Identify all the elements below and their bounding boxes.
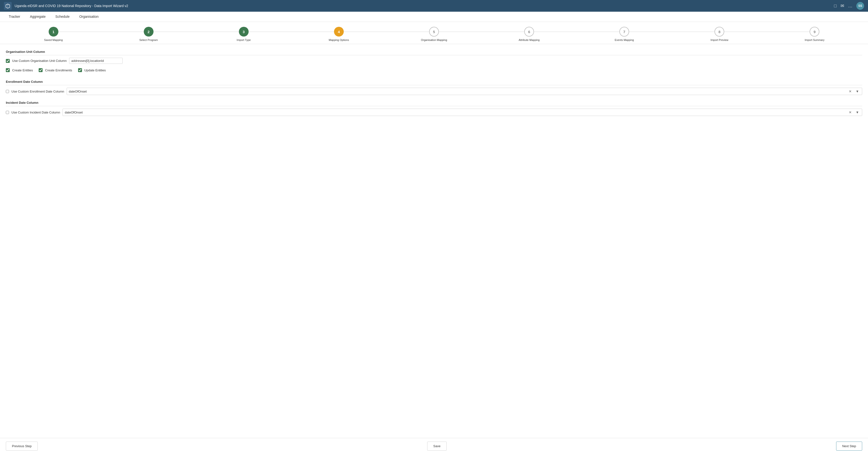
step-circle-3: 3 xyxy=(239,27,249,36)
tab-organisation[interactable]: Organisation xyxy=(74,12,103,22)
incident-date-section: Incident Date Column Use Custom Incident… xyxy=(6,101,862,116)
step-circle-1: 1 xyxy=(49,27,58,36)
step-circle-7: 7 xyxy=(619,27,629,36)
create-enrollments-row: Create Enrollments xyxy=(39,68,72,72)
nav-tabs: Tracker Aggregate Schedule Organisation xyxy=(0,12,868,22)
create-entities-checkbox[interactable] xyxy=(6,68,10,72)
entity-checkboxes-group: Create Entities Create Enrollments Updat… xyxy=(6,66,862,74)
enrollment-date-section: Enrollment Date Column Use Custom Enroll… xyxy=(6,80,862,95)
wizard-step-6[interactable]: 6 Attribute Mapping xyxy=(482,27,577,41)
wizard-step-3[interactable]: 3 Import Type xyxy=(196,27,291,41)
use-custom-enrollment-label: Use Custom Enrollment Date Column xyxy=(11,90,64,93)
header-left: Uganda eIDSR and COVID 19 National Repos… xyxy=(4,2,128,10)
step-circle-4: 4 xyxy=(334,27,344,36)
wizard-step-5[interactable]: 5 Organisation Mapping xyxy=(386,27,482,41)
create-enrollments-label: Create Enrollments xyxy=(45,68,72,72)
footer: Previous Step Save Next Step xyxy=(0,438,868,454)
step-circle-2: 2 xyxy=(144,27,154,36)
main-content: Organisation Unit Column Use Custom Orga… xyxy=(0,44,868,438)
use-custom-org-unit-label: Use Custom Organisation Unit Column xyxy=(12,59,67,63)
header-right: □ ✉ … SS xyxy=(834,2,864,10)
tab-aggregate[interactable]: Aggregate xyxy=(25,12,51,22)
incident-date-row: Use Custom Incident Date Column dateOfOn… xyxy=(6,109,862,116)
app-title: Uganda eIDSR and COVID 19 National Repos… xyxy=(14,4,128,8)
step-label-1: Saved Mapping xyxy=(44,38,63,41)
org-unit-title: Organisation Unit Column xyxy=(6,50,862,55)
tab-tracker[interactable]: Tracker xyxy=(4,12,25,22)
step-label-4: Mapping Options xyxy=(329,38,349,41)
wizard-steps: 1 Saved Mapping 2 Select Program 3 Impor… xyxy=(0,22,868,44)
step-circle-8: 8 xyxy=(714,27,724,36)
use-custom-incident-label: Use Custom Incident Date Column xyxy=(11,111,60,114)
org-unit-input[interactable] xyxy=(69,58,123,64)
step-label-6: Attribute Mapping xyxy=(519,38,539,41)
update-entities-row: Update Entities xyxy=(78,68,106,72)
enrollment-date-title: Enrollment Date Column xyxy=(6,80,862,85)
incident-date-select-wrapper: dateOfOnset ✕ ▼ xyxy=(63,109,862,116)
step-label-2: Select Program xyxy=(140,38,158,41)
incident-date-title: Incident Date Column xyxy=(6,101,862,106)
mail-icon[interactable]: ✉ xyxy=(840,3,844,8)
incident-date-dropdown-button[interactable]: ▼ xyxy=(855,110,860,115)
step-label-8: Import Preview xyxy=(711,38,728,41)
header-bar: Uganda eIDSR and COVID 19 National Repos… xyxy=(0,0,868,12)
step-circle-5: 5 xyxy=(429,27,439,36)
wizard-step-1[interactable]: 1 Saved Mapping xyxy=(6,27,101,41)
wizard-step-2[interactable]: 2 Select Program xyxy=(101,27,196,41)
use-custom-enrollment-checkbox[interactable] xyxy=(6,90,9,93)
app-logo xyxy=(4,2,12,10)
enrollment-date-row: Use Custom Enrollment Date Column dateOf… xyxy=(6,88,862,95)
next-step-button[interactable]: Next Step xyxy=(836,442,862,451)
use-custom-org-unit-row: Use Custom Organisation Unit Column xyxy=(6,58,862,64)
step-circle-9: 9 xyxy=(810,27,819,36)
create-entities-label: Create Entities xyxy=(12,68,33,72)
use-custom-incident-checkbox[interactable] xyxy=(6,111,9,114)
incident-date-clear-button[interactable]: ✕ xyxy=(848,110,853,115)
step-circle-6: 6 xyxy=(524,27,534,36)
enrollment-date-dropdown-button[interactable]: ▼ xyxy=(855,89,860,94)
enrollment-date-select-wrapper: dateOfOnset ✕ ▼ xyxy=(67,88,862,95)
apps-icon[interactable]: … xyxy=(848,3,852,8)
step-label-7: Events Mapping xyxy=(615,38,634,41)
save-button[interactable]: Save xyxy=(427,442,447,451)
chat-icon[interactable]: □ xyxy=(834,3,837,8)
enrollment-date-clear-button[interactable]: ✕ xyxy=(848,89,853,94)
update-entities-checkbox[interactable] xyxy=(78,68,82,72)
wizard-step-8[interactable]: 8 Import Preview xyxy=(672,27,767,41)
wizard-step-7[interactable]: 7 Events Mapping xyxy=(577,27,672,41)
enrollment-date-select-value: dateOfOnset xyxy=(69,90,848,93)
incident-date-select-value: dateOfOnset xyxy=(65,111,848,114)
enrollment-date-select-actions: ✕ ▼ xyxy=(848,89,860,94)
use-custom-org-unit-checkbox[interactable] xyxy=(6,59,10,63)
org-unit-section: Organisation Unit Column Use Custom Orga… xyxy=(6,50,862,74)
incident-date-select-actions: ✕ ▼ xyxy=(848,110,860,115)
step-label-3: Import Type xyxy=(237,38,251,41)
wizard-step-9[interactable]: 9 Import Summary xyxy=(767,27,862,41)
tab-schedule[interactable]: Schedule xyxy=(51,12,74,22)
step-label-9: Import Summary xyxy=(805,38,825,41)
user-avatar[interactable]: SS xyxy=(856,2,864,10)
step-label-5: Organisation Mapping xyxy=(421,38,447,41)
update-entities-label: Update Entities xyxy=(85,68,106,72)
create-entities-row: Create Entities xyxy=(6,68,33,72)
previous-step-button[interactable]: Previous Step xyxy=(6,442,38,451)
wizard-step-4[interactable]: 4 Mapping Options xyxy=(291,27,386,41)
create-enrollments-checkbox[interactable] xyxy=(39,68,42,72)
